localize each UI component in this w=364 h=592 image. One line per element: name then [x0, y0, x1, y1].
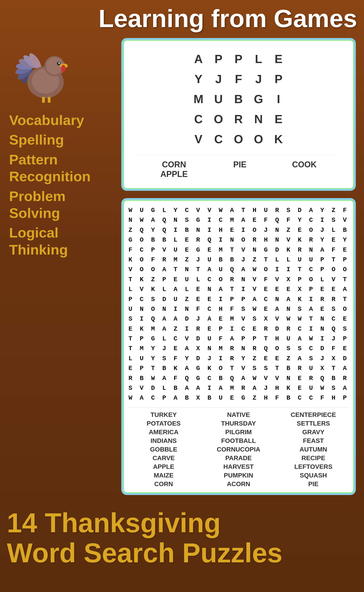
cell-0-3: L	[249, 50, 267, 68]
header: Learning from Games	[0, 0, 364, 34]
small-found-words: CORNAPPLE PIE COOK	[138, 155, 339, 179]
turkey-image	[9, 39, 73, 103]
cell-0-2: P	[229, 50, 247, 68]
cell-2-0: M	[189, 90, 208, 108]
cell-1-4: P	[269, 70, 287, 88]
skill-vocabulary: Vocabulary	[9, 112, 113, 129]
cell-4-4: K	[269, 130, 287, 148]
word-pilgrim: PILGRIM	[203, 428, 274, 436]
cell-0-1: P	[209, 50, 228, 68]
svg-point-12	[61, 65, 65, 72]
large-word-grid: W U G L Y C V V W A T H U R S D A Y Z F …	[129, 205, 349, 403]
main-content: Vocabulary Spelling Pattern Recognition …	[0, 34, 364, 499]
footer-title-line1: 14 Thanksgiving	[7, 508, 357, 538]
word-list-col-2: NATIVE THURSDAY PILGRIM FOOTBALL CORNUCO…	[203, 411, 274, 488]
word-feast: FEAST	[278, 437, 349, 445]
small-word-grid: A P P L E Y J F J P M U B G I C O R	[189, 50, 287, 148]
cell-2-4: I	[269, 90, 287, 108]
word-leftovers: LEFTOVERS	[278, 463, 349, 470]
cell-0-4: E	[269, 50, 287, 68]
word-centerpiece: CENTERPIECE	[278, 411, 349, 419]
cell-0-0: A	[189, 50, 208, 68]
svg-rect-16	[48, 97, 51, 103]
cell-3-0: C	[189, 110, 208, 128]
word-list-col-3: CENTERPIECE SETTLERS GRAVY FEAST AUTUMN …	[278, 411, 349, 488]
word-turkey: TURKEY	[129, 411, 199, 419]
svg-rect-15	[42, 97, 45, 103]
cell-3-4: E	[269, 110, 287, 128]
cell-2-1: U	[209, 90, 228, 108]
word-list-container: TURKEY POTATOES AMERICA INDIANS GOBBLE C…	[129, 408, 349, 488]
word-gobble: GOBBLE	[129, 446, 199, 453]
left-panel: Vocabulary Spelling Pattern Recognition …	[9, 39, 113, 494]
word-autumn: AUTUMN	[278, 446, 349, 453]
word-cornucopia: CORNUCOPIA	[203, 446, 274, 453]
skill-problem-solving: Problem Solving	[9, 188, 113, 222]
cell-1-1: J	[209, 70, 228, 88]
word-squash: SQUASH	[278, 472, 349, 479]
word-list-col-1: TURKEY POTATOES AMERICA INDIANS GOBBLE C…	[129, 411, 199, 488]
word-apple: APPLE	[129, 463, 199, 470]
word-harvest: HARVEST	[203, 463, 274, 470]
word-pumpkin: PUMPKIN	[203, 472, 274, 479]
right-panel: A P P L E Y J F J P M U B G I C O R	[122, 39, 355, 494]
cell-2-2: B	[229, 90, 247, 108]
word-gravy: GRAVY	[278, 428, 349, 436]
word-indians: INDIANS	[129, 437, 199, 445]
cell-1-3: J	[249, 70, 267, 88]
skill-logical-thinking: Logical Thinking	[9, 224, 113, 258]
word-potatoes: POTATOES	[129, 420, 199, 427]
svg-point-14	[58, 62, 60, 64]
cell-4-3: O	[249, 130, 267, 148]
cell-4-1: C	[209, 130, 228, 148]
word-maize: MAIZE	[129, 472, 199, 479]
large-puzzle-box: W U G L Y C V V W A T H U R S D A Y Z F …	[122, 199, 355, 494]
word-native: NATIVE	[203, 411, 274, 419]
page-title: Learning from Games	[7, 5, 357, 32]
word-recipe: RECIPE	[278, 454, 349, 462]
word-settlers: SETTLERS	[278, 420, 349, 427]
word-thursday: THURSDAY	[203, 420, 274, 427]
cell-1-2: F	[229, 70, 247, 88]
word-pie: PIE	[278, 480, 349, 488]
cell-3-3: N	[249, 110, 267, 128]
word-parade: PARADE	[203, 454, 274, 462]
cell-2-3: G	[249, 90, 267, 108]
skills-list: Vocabulary Spelling Pattern Recognition …	[9, 112, 113, 258]
skill-spelling: Spelling	[9, 131, 113, 148]
footer-title-line2: Word Search Puzzles	[7, 538, 357, 568]
word-america: AMERICA	[129, 428, 199, 436]
cell-3-2: R	[229, 110, 247, 128]
word-corn: CORN	[129, 480, 199, 488]
word-carve: CARVE	[129, 454, 199, 462]
word-acorn: ACORN	[203, 480, 274, 488]
small-puzzle-box: A P P L E Y J F J P M U B G I C O R	[122, 39, 355, 190]
cell-3-1: O	[209, 110, 228, 128]
cell-4-2: O	[229, 130, 247, 148]
found-word-cook: COOK	[292, 160, 317, 179]
found-word-pie: PIE	[233, 160, 246, 179]
found-word-corn-apple: CORNAPPLE	[160, 160, 188, 179]
cell-1-0: Y	[189, 70, 208, 88]
skill-pattern-recognition: Pattern Recognition	[9, 151, 113, 185]
cell-4-0: V	[189, 130, 208, 148]
footer: 14 Thanksgiving Word Search Puzzles	[0, 499, 364, 575]
word-football: FOOTBALL	[203, 437, 274, 445]
